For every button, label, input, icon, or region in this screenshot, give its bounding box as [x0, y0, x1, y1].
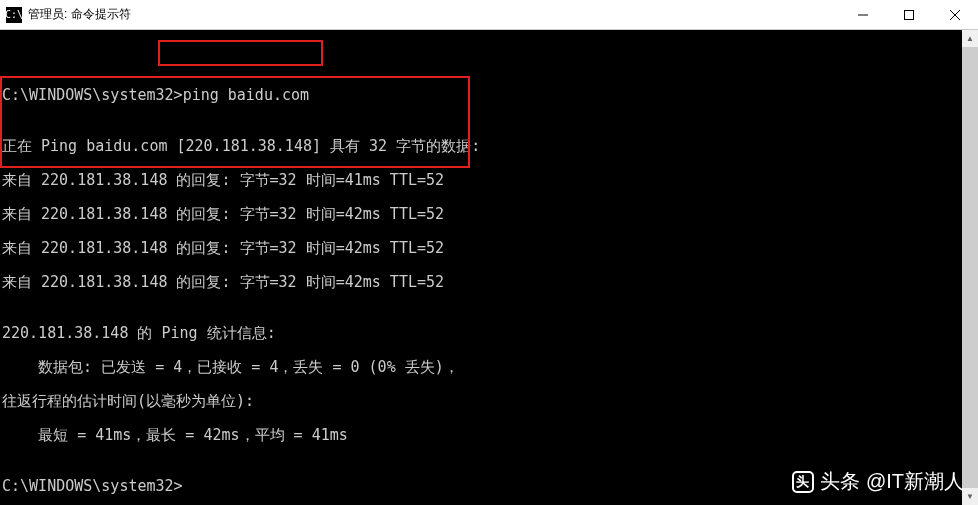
scroll-down-button[interactable]: ▼	[962, 488, 978, 505]
window-controls	[840, 0, 978, 29]
svg-rect-1	[905, 10, 914, 19]
stats-rtt: 最短 = 41ms，最长 = 42ms，平均 = 41ms	[2, 427, 960, 444]
watermark-handle: @IT新潮人	[866, 468, 964, 495]
titlebar: C:\ 管理员: 命令提示符	[0, 0, 978, 30]
terminal-output[interactable]: C:\WINDOWS\system32>ping baidu.com 正在 Pi…	[0, 30, 962, 505]
blank-line	[2, 53, 960, 70]
stats-packets: 数据包: 已发送 = 4，已接收 = 4，丢失 = 0 (0% 丢失)，	[2, 359, 960, 376]
watermark-icon: 头	[792, 471, 814, 493]
command-text: ping baidu.com	[183, 86, 309, 104]
close-button[interactable]	[932, 0, 978, 29]
prompt-line: C:\WINDOWS\system32>ping baidu.com	[2, 87, 960, 104]
prompt-path: C:\WINDOWS\system32>	[2, 86, 183, 104]
ping-reply: 来自 220.181.38.148 的回复: 字节=32 时间=42ms TTL…	[2, 240, 960, 257]
cmd-icon: C:\	[6, 7, 22, 23]
window-title: 管理员: 命令提示符	[28, 6, 840, 23]
watermark-label: 头条	[820, 468, 860, 495]
ping-reply: 来自 220.181.38.148 的回复: 字节=32 时间=42ms TTL…	[2, 206, 960, 223]
vertical-scrollbar[interactable]: ▲ ▼	[962, 30, 978, 505]
ping-reply: 来自 220.181.38.148 的回复: 字节=32 时间=41ms TTL…	[2, 172, 960, 189]
stats-rtt-header: 往返行程的估计时间(以毫秒为单位):	[2, 393, 960, 410]
minimize-button[interactable]	[840, 0, 886, 29]
watermark: 头 头条 @IT新潮人	[792, 468, 964, 495]
scroll-up-button[interactable]: ▲	[962, 30, 978, 47]
maximize-button[interactable]	[886, 0, 932, 29]
scrollbar-thumb[interactable]	[962, 47, 978, 488]
ping-reply: 来自 220.181.38.148 的回复: 字节=32 时间=42ms TTL…	[2, 274, 960, 291]
stats-header: 220.181.38.148 的 Ping 统计信息:	[2, 325, 960, 342]
ping-header: 正在 Ping baidu.com [220.181.38.148] 具有 32…	[2, 138, 960, 155]
